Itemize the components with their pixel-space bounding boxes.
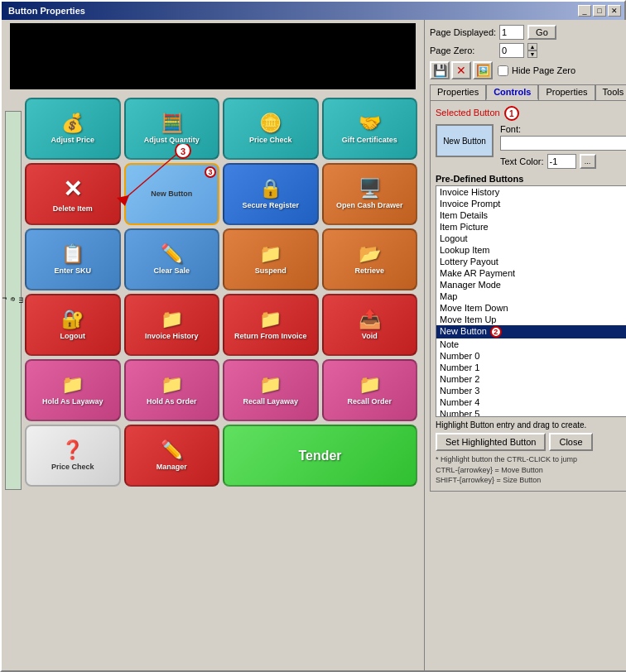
hide-page-zero-label: Hide Page Zero xyxy=(512,65,575,75)
hide-page-zero-row: Hide Page Zero xyxy=(498,65,575,76)
text-color-ellipsis-button[interactable]: ... xyxy=(580,154,596,169)
tab-properties-1[interactable]: Properties xyxy=(430,84,486,100)
maximize-button[interactable]: □ xyxy=(593,5,606,17)
toolbar-row: 💾 ✕ 🖼️ Hide Page Zero xyxy=(430,61,626,79)
main-window: Button Properties _ □ ✕ CustomerList xyxy=(0,0,626,672)
adjust-quantity-icon: 🧮 xyxy=(161,113,183,134)
invoice-history-button[interactable]: 📁 Invoice History xyxy=(124,294,220,356)
tab-controls[interactable]: Controls xyxy=(486,84,538,100)
secure-register-icon: 🔒 xyxy=(259,178,282,199)
new-button-grid[interactable]: New Button 3 xyxy=(124,163,220,225)
list-item[interactable]: Number 1 xyxy=(436,362,626,373)
suspend-icon: 📁 xyxy=(259,243,282,265)
gift-certificates-label: Gift Certificates xyxy=(342,136,397,145)
list-item[interactable]: Invoice History xyxy=(436,186,626,198)
list-item[interactable]: Number 3 xyxy=(436,385,626,396)
list-item[interactable]: Logout xyxy=(436,233,626,244)
image-tool-button[interactable]: 🖼️ xyxy=(473,61,493,79)
recall-layaway-label: Recall Layaway xyxy=(243,397,298,406)
circle-1-annotation: 1 xyxy=(504,106,519,121)
tab-properties-2[interactable]: Properties xyxy=(538,84,595,100)
font-input[interactable] xyxy=(500,136,626,151)
price-check-icon: 🪙 xyxy=(259,113,282,134)
save-tool-button[interactable]: 💾 xyxy=(430,61,450,79)
delete-tool-button[interactable]: ✕ xyxy=(451,61,471,79)
list-item[interactable]: Map xyxy=(436,290,626,302)
list-item[interactable]: Make AR Payment xyxy=(436,267,626,279)
list-item[interactable]: Item Details xyxy=(436,209,626,221)
adjust-quantity-button[interactable]: 🧮 Adjust Quantity xyxy=(124,98,220,160)
circle-2-annotation: 2 xyxy=(490,326,502,338)
recall-order-button[interactable]: 📁 Recall Order xyxy=(322,359,418,421)
return-from-invoice-button[interactable]: 📁 Return From Invoice xyxy=(223,294,319,356)
retrieve-label: Retrieve xyxy=(354,266,384,276)
right-panel: Page Displayed: Go Page Zero: ▲ ▼ 💾 ✕ xyxy=(424,20,626,670)
list-item[interactable]: Note xyxy=(436,338,626,350)
void-button[interactable]: 📤 Void xyxy=(322,294,418,356)
tab-tools[interactable]: Tools xyxy=(595,84,626,100)
list-item[interactable]: Number 5 xyxy=(436,408,626,417)
list-item[interactable]: Lottery Payout xyxy=(436,256,626,267)
tender-button[interactable]: Tender xyxy=(223,425,417,487)
go-button[interactable]: Go xyxy=(527,25,556,40)
new-button-preview[interactable]: New Button xyxy=(436,124,494,157)
suspend-button[interactable]: 📁 Suspend xyxy=(223,228,319,290)
open-cash-drawer-button[interactable]: 🖥️ Open Cash Drawer xyxy=(322,163,418,225)
list-item[interactable]: Invoice Prompt xyxy=(436,198,626,209)
price-check-bottom-label: Price Check xyxy=(51,463,94,472)
enter-sku-icon: 📋 xyxy=(61,243,84,265)
predefined-label: Pre-Defined Buttons xyxy=(436,174,626,184)
hide-page-zero-checkbox[interactable] xyxy=(498,65,508,76)
delete-item-button[interactable]: ✕ Delete Item xyxy=(25,163,121,225)
suspend-label: Suspend xyxy=(255,266,287,276)
side-tab[interactable]: CustomerList xyxy=(5,111,22,490)
hold-as-layaway-button[interactable]: 📁 Hold As Layaway xyxy=(25,359,121,421)
recall-layaway-button[interactable]: 📁 Recall Layaway xyxy=(223,359,319,421)
bottom-buttons: Set Highlighted Button Close xyxy=(436,433,626,451)
retrieve-button[interactable]: 📂 Retrieve xyxy=(322,228,418,290)
list-item[interactable]: New Button2 xyxy=(436,325,626,338)
manager-button[interactable]: ✏️ Manager xyxy=(124,425,220,487)
list-item[interactable]: Move Item Up xyxy=(436,314,626,325)
hold-as-order-button[interactable]: 📁 Hold As Order xyxy=(124,359,220,421)
adjust-price-button[interactable]: 💰 Adjust Price xyxy=(25,98,121,160)
secure-register-button[interactable]: 🔒 Secure Register xyxy=(223,163,319,225)
page-zero-input[interactable] xyxy=(499,43,524,58)
list-item[interactable]: Lookup Item xyxy=(436,244,626,256)
predefined-list[interactable]: Invoice HistoryInvoice PromptItem Detail… xyxy=(436,185,626,417)
list-item[interactable]: Move Item Down xyxy=(436,302,626,314)
text-color-input[interactable] xyxy=(547,154,576,169)
price-check-button[interactable]: 🪙 Price Check xyxy=(223,98,319,160)
list-item[interactable]: Number 4 xyxy=(436,396,626,408)
spin-down[interactable]: ▼ xyxy=(527,50,537,58)
list-item[interactable]: Manager Mode xyxy=(436,279,626,290)
minimize-button[interactable]: _ xyxy=(578,5,591,17)
page-displayed-input[interactable] xyxy=(499,25,524,40)
set-highlighted-button[interactable]: Set Highlighted Button xyxy=(436,433,546,451)
close-dialog-button[interactable]: Close xyxy=(549,433,592,451)
list-item[interactable]: Number 0 xyxy=(436,350,626,362)
list-item[interactable]: Number 2 xyxy=(436,373,626,385)
close-button[interactable]: ✕ xyxy=(608,5,621,17)
page-zero-label: Page Zero: xyxy=(430,46,496,55)
price-check-label: Price Check xyxy=(249,136,292,145)
logout-button[interactable]: 🔐 Logout xyxy=(25,294,121,356)
enter-sku-button[interactable]: 📋 Enter SKU xyxy=(25,228,121,290)
invoice-history-icon: 📁 xyxy=(161,309,183,330)
font-input-row: ... xyxy=(500,136,626,151)
text-color-row: Text Color: ... xyxy=(500,154,626,169)
button-grid-container: CustomerList 3 💰 xyxy=(5,94,421,490)
price-check-bottom-button[interactable]: ❓ Price Check xyxy=(25,425,121,487)
manager-icon: ✏️ xyxy=(161,439,183,461)
selected-btn-area: New Button Font: ... Text Color: ... xyxy=(436,124,626,169)
gift-certificates-button[interactable]: 🤝 Gift Certificates xyxy=(322,98,418,160)
clear-sale-button[interactable]: ✏️ Clear Sale xyxy=(124,228,220,290)
selected-button-label: Selected Button 1 xyxy=(436,106,626,121)
logout-icon: 🔐 xyxy=(61,309,84,330)
note-1: * Highlight button the CTRL-CLICK to jum… xyxy=(436,454,626,465)
circle-3-annotation: 3 xyxy=(205,166,216,178)
list-item[interactable]: Item Picture xyxy=(436,221,626,233)
spin-up[interactable]: ▲ xyxy=(527,43,537,50)
page-displayed-row: Page Displayed: Go xyxy=(430,25,626,40)
open-cash-drawer-icon: 🖥️ xyxy=(359,178,381,199)
